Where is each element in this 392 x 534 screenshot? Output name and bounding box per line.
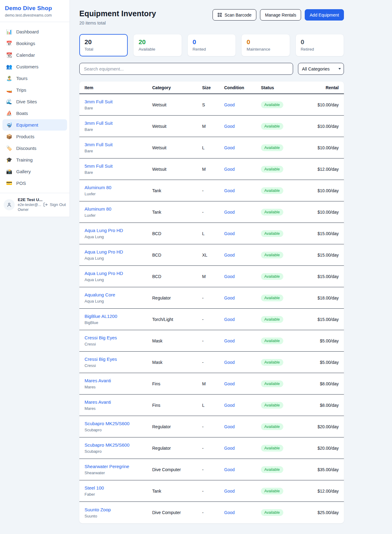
condition-link[interactable]: Good bbox=[224, 338, 235, 343]
condition-link[interactable]: Good bbox=[224, 403, 235, 408]
item-name-link[interactable]: 3mm Full Suit bbox=[85, 99, 152, 104]
sidebar-item-bookings[interactable]: 📅 Bookings bbox=[2, 38, 67, 49]
item-name-link[interactable]: 3mm Full Suit bbox=[85, 120, 152, 126]
stat-card-total[interactable]: 20 Total bbox=[79, 34, 128, 56]
sidebar-item-boats[interactable]: ⛵ Boats bbox=[2, 108, 67, 119]
sidebar-item-gallery[interactable]: 📸 Gallery bbox=[2, 166, 67, 177]
sidebar-item-training[interactable]: 🎓 Training bbox=[2, 154, 67, 166]
scan-barcode-button[interactable]: Scan Barcode bbox=[213, 9, 256, 21]
item-cell: 3mm Full Suit Bare bbox=[85, 142, 152, 153]
category-cell: Regulator bbox=[152, 446, 202, 451]
item-name-link[interactable]: Aqualung Core bbox=[85, 292, 152, 297]
stat-card-rented[interactable]: 0 Rented bbox=[187, 34, 236, 56]
sign-out-icon bbox=[43, 202, 48, 207]
condition-link[interactable]: Good bbox=[224, 188, 235, 193]
stat-card-available[interactable]: 20 Available bbox=[133, 34, 182, 56]
condition-link[interactable]: Good bbox=[224, 231, 235, 236]
item-name-link[interactable]: Suunto Zoop bbox=[85, 507, 152, 512]
condition-link[interactable]: Good bbox=[224, 124, 235, 129]
condition-link[interactable]: Good bbox=[224, 296, 235, 300]
status-cell: Available bbox=[261, 209, 304, 216]
item-name-link[interactable]: Cressi Big Eyes bbox=[85, 357, 152, 362]
item-cell: Aqua Lung Pro HD Aqua Lung bbox=[85, 228, 152, 239]
search-input[interactable] bbox=[79, 63, 293, 75]
item-name-link[interactable]: Aluminum 80 bbox=[85, 206, 152, 212]
item-brand: Luxfer bbox=[85, 192, 152, 196]
add-equipment-button[interactable]: Add Equipment bbox=[305, 9, 344, 21]
condition-link[interactable]: Good bbox=[224, 510, 235, 515]
item-name-link[interactable]: Scubapro MK25/S600 bbox=[85, 421, 152, 426]
rental-cell: $15.00/day bbox=[304, 231, 339, 236]
stat-label: Rented bbox=[193, 47, 231, 51]
status-badge: Available bbox=[261, 273, 283, 280]
condition-link[interactable]: Good bbox=[224, 467, 235, 472]
item-name-link[interactable]: BigBlue AL1200 bbox=[85, 314, 152, 319]
status-badge: Available bbox=[261, 166, 283, 173]
item-name-link[interactable]: Aqua Lung Pro HD bbox=[85, 271, 152, 276]
avatar bbox=[4, 199, 15, 210]
category-select-wrap: All Categories bbox=[298, 63, 344, 75]
condition-cell: Good bbox=[224, 252, 261, 258]
header-actions: Scan Barcode Manage Rentals Add Equipmen… bbox=[213, 9, 344, 21]
manage-rentals-button[interactable]: Manage Rentals bbox=[260, 9, 301, 21]
condition-link[interactable]: Good bbox=[224, 317, 235, 322]
category-cell: Wetsuit bbox=[152, 167, 202, 172]
item-name-link[interactable]: Scubapro MK25/S600 bbox=[85, 442, 152, 448]
status-cell: Available bbox=[261, 101, 304, 108]
status-badge: Available bbox=[261, 509, 283, 516]
item-name-link[interactable]: Mares Avanti bbox=[85, 378, 152, 383]
category-cell: Dive Computer bbox=[152, 510, 202, 515]
sidebar-item-discounts[interactable]: 🏷️ Discounts bbox=[2, 143, 67, 154]
condition-link[interactable]: Good bbox=[224, 381, 235, 386]
status-badge: Available bbox=[261, 230, 283, 237]
sidebar-item-dashboard[interactable]: 📊 Dashboard bbox=[2, 26, 67, 37]
condition-link[interactable]: Good bbox=[224, 102, 235, 107]
condition-link[interactable]: Good bbox=[224, 360, 235, 365]
sidebar-item-label: Equipment bbox=[16, 122, 38, 128]
sidebar-item-tours[interactable]: 🏝️ Tours bbox=[2, 73, 67, 84]
sidebar-item-customers[interactable]: 👥 Customers bbox=[2, 61, 67, 72]
status-cell: Available bbox=[261, 509, 304, 516]
condition-link[interactable]: Good bbox=[224, 210, 235, 215]
stat-card-retired[interactable]: 0 Retired bbox=[296, 34, 344, 56]
condition-link[interactable]: Good bbox=[224, 145, 235, 150]
category-select[interactable]: All Categories bbox=[298, 63, 344, 75]
condition-link[interactable]: Good bbox=[224, 446, 235, 451]
condition-cell: Good bbox=[224, 145, 261, 151]
item-name-link[interactable]: Cressi Big Eyes bbox=[85, 335, 152, 340]
condition-link[interactable]: Good bbox=[224, 489, 235, 494]
item-name-link[interactable]: 5mm Full Suit bbox=[85, 163, 152, 169]
sidebar-item-calendar[interactable]: 📆 Calendar bbox=[2, 49, 67, 61]
condition-cell: Good bbox=[224, 102, 261, 108]
sidebar-item-dive-sites[interactable]: 🌊 Dive Sites bbox=[2, 96, 67, 107]
item-name-link[interactable]: 3mm Full Suit bbox=[85, 142, 152, 147]
status-cell: Available bbox=[261, 445, 304, 452]
sidebar-item-trips[interactable]: 🚤 Trips bbox=[2, 84, 67, 96]
category-cell: Fins bbox=[152, 381, 202, 386]
equipment-table: Item Category Size Condition Status Rent… bbox=[79, 82, 344, 523]
condition-link[interactable]: Good bbox=[224, 274, 235, 279]
sidebar-item-equipment[interactable]: 🤿 Equipment bbox=[2, 119, 67, 131]
item-name-link[interactable]: Steel 100 bbox=[85, 485, 152, 490]
rental-cell: $12.00/day bbox=[304, 167, 339, 172]
person-icon bbox=[6, 202, 12, 208]
gallery-icon: 📸 bbox=[6, 169, 12, 174]
tours-icon: 🏝️ bbox=[6, 75, 12, 81]
item-name-link[interactable]: Aqua Lung Pro HD bbox=[85, 249, 152, 254]
sidebar-item-products[interactable]: 📦 Products bbox=[2, 131, 67, 142]
size-cell: M bbox=[202, 124, 224, 129]
condition-link[interactable]: Good bbox=[224, 253, 235, 257]
condition-link[interactable]: Good bbox=[224, 167, 235, 172]
category-cell: Tank bbox=[152, 489, 202, 494]
status-badge: Available bbox=[261, 252, 283, 258]
item-name-link[interactable]: Shearwater Peregrine bbox=[85, 464, 152, 469]
category-cell: BCD bbox=[152, 253, 202, 257]
sidebar-item-pos[interactable]: 💳 POS bbox=[2, 177, 67, 189]
stat-card-maintenance[interactable]: 0 Maintenance bbox=[241, 34, 290, 56]
item-name-link[interactable]: Mares Avanti bbox=[85, 399, 152, 405]
condition-link[interactable]: Good bbox=[224, 424, 235, 429]
sign-out-button[interactable]: Sign Out bbox=[43, 202, 66, 207]
item-name-link[interactable]: Aqua Lung Pro HD bbox=[85, 228, 152, 233]
item-name-link[interactable]: Aluminum 80 bbox=[85, 185, 152, 190]
add-equipment-label: Add Equipment bbox=[310, 13, 339, 17]
